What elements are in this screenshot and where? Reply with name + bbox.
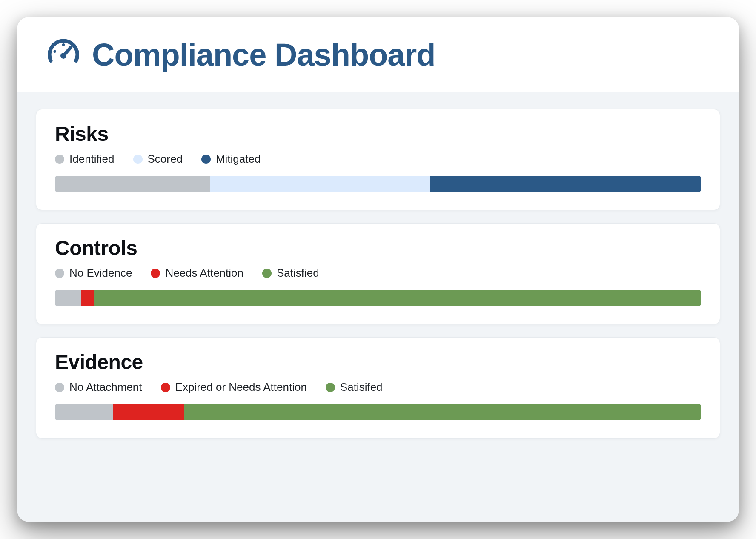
page-title: Compliance Dashboard bbox=[92, 37, 435, 73]
svg-line-1 bbox=[63, 47, 71, 55]
bar-segment bbox=[81, 290, 94, 306]
svg-point-2 bbox=[54, 50, 56, 52]
legend-item: Satisfied bbox=[262, 267, 319, 280]
legend-item: Scored bbox=[133, 152, 183, 166]
swatch-icon bbox=[55, 383, 64, 392]
card-evidence: Evidence No Attachment Expired or Needs … bbox=[36, 337, 720, 439]
swatch-icon bbox=[161, 383, 170, 392]
legend-evidence: No Attachment Expired or Needs Attention… bbox=[55, 381, 701, 394]
legend-label: Satisfied bbox=[277, 267, 319, 280]
bar-segment bbox=[430, 176, 701, 192]
legend-label: Expired or Needs Attention bbox=[175, 381, 307, 394]
card-controls: Controls No Evidence Needs Attention Sat… bbox=[36, 223, 720, 324]
card-title-controls: Controls bbox=[55, 236, 701, 260]
progress-bar-controls bbox=[55, 290, 701, 306]
swatch-icon bbox=[262, 269, 272, 278]
legend-label: Identified bbox=[69, 152, 115, 166]
legend-label: Satisifed bbox=[340, 381, 383, 394]
card-risks: Risks Identified Scored Mitigated bbox=[36, 109, 720, 210]
legend-controls: No Evidence Needs Attention Satisfied bbox=[55, 267, 701, 280]
bar-segment bbox=[94, 290, 701, 306]
legend-label: No Attachment bbox=[69, 381, 142, 394]
bar-segment bbox=[113, 404, 184, 420]
dashboard-body: Risks Identified Scored Mitigated bbox=[17, 92, 739, 522]
bar-segment bbox=[55, 290, 81, 306]
legend-label: Scored bbox=[148, 152, 183, 166]
svg-point-3 bbox=[62, 43, 65, 46]
legend-item: Mitigated bbox=[201, 152, 261, 166]
swatch-icon bbox=[151, 269, 160, 278]
progress-bar-risks bbox=[55, 176, 701, 192]
gauge-icon bbox=[47, 37, 80, 72]
header: Compliance Dashboard bbox=[17, 17, 739, 92]
bar-segment bbox=[55, 404, 113, 420]
swatch-icon bbox=[201, 155, 211, 164]
legend-item: Identified bbox=[55, 152, 115, 166]
legend-label: Needs Attention bbox=[165, 267, 243, 280]
dashboard-window: Compliance Dashboard Risks Identified Sc… bbox=[17, 17, 739, 522]
legend-item: No Evidence bbox=[55, 267, 132, 280]
legend-item: Needs Attention bbox=[151, 267, 243, 280]
swatch-icon bbox=[326, 383, 335, 392]
legend-risks: Identified Scored Mitigated bbox=[55, 152, 701, 166]
bar-segment bbox=[210, 176, 430, 192]
card-title-risks: Risks bbox=[55, 122, 701, 146]
swatch-icon bbox=[133, 155, 143, 164]
card-title-evidence: Evidence bbox=[55, 350, 701, 374]
swatch-icon bbox=[55, 269, 64, 278]
legend-label: No Evidence bbox=[69, 267, 132, 280]
legend-item: Expired or Needs Attention bbox=[161, 381, 307, 394]
legend-label: Mitigated bbox=[216, 152, 261, 166]
swatch-icon bbox=[55, 155, 64, 164]
legend-item: No Attachment bbox=[55, 381, 142, 394]
bar-segment bbox=[55, 176, 210, 192]
progress-bar-evidence bbox=[55, 404, 701, 420]
legend-item: Satisifed bbox=[326, 381, 383, 394]
bar-segment bbox=[184, 404, 701, 420]
